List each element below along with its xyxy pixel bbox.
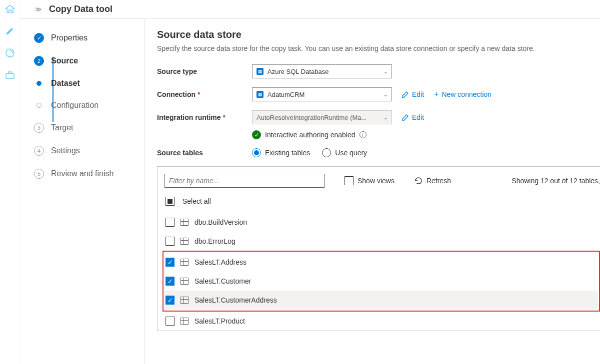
step-number-icon: 3 [34,123,44,133]
left-rail [0,0,20,364]
runtime-label: Integration runtime * [157,113,252,121]
filter-input[interactable] [164,174,324,188]
step-connector-line [52,57,54,122]
pencil-icon [402,91,409,98]
show-views-checkbox[interactable]: Show views [344,176,394,185]
table-icon [180,297,188,304]
sql-database-icon: ▦ [256,91,264,98]
edit-icon[interactable] [5,26,15,36]
svg-rect-1 [6,73,14,78]
collapse-icon[interactable]: ≫ [35,5,42,13]
step-dataset[interactable]: Dataset [34,79,144,88]
step-review[interactable]: 5 Review and finish [34,169,144,179]
refresh-button[interactable]: Refresh [414,177,451,185]
table-row[interactable]: dbo.BuildVersion [164,213,600,232]
success-icon: ✓ [252,130,261,139]
authoring-status: ✓ Interactive authoring enabled i [252,130,600,139]
step-source[interactable]: 2 Source [34,56,144,66]
step-target[interactable]: 3 Target [34,123,144,133]
check-icon: ✓ [34,33,44,43]
page-header: ≫ Copy Data tool [20,0,600,19]
checkbox-icon[interactable] [166,218,174,227]
refresh-icon [414,177,422,185]
table-row[interactable]: ✓ SalesLT.Customer [164,272,598,291]
wizard-steps: ✓ Properties 2 Source Dataset Configurat… [20,19,145,364]
table-row[interactable]: ✓ SalesLT.Address [164,253,598,272]
connection-label: Connection * [157,90,252,98]
table-icon [180,318,188,325]
edit-connection-button[interactable]: Edit [402,90,424,98]
source-type-dropdown[interactable]: ▦ Azure SQL Database ⌄ [252,64,392,78]
new-connection-button[interactable]: + New connection [434,90,492,99]
step-properties[interactable]: ✓ Properties [34,33,144,43]
chevron-down-icon: ⌄ [384,92,388,97]
radio-use-query[interactable]: Use query [322,148,367,157]
checkbox-checked-icon[interactable]: ✓ [166,296,174,305]
substep-dot-icon [36,81,42,86]
runtime-dropdown[interactable]: AutoResolveIntegrationRuntime (Ma... ⌄ [252,110,392,124]
info-icon[interactable]: i [360,131,366,138]
table-icon [180,259,188,266]
checkbox-icon [344,176,354,185]
chevron-down-icon: ⌄ [384,69,388,74]
select-all-row[interactable]: Select all [166,197,600,206]
table-row[interactable]: ✓ SalesLT.CustomerAddress [164,291,598,310]
main-heading: Source data store [157,29,600,40]
main-subtitle: Specify the source data store for the co… [157,44,600,52]
radio-existing-tables[interactable]: Existing tables [252,148,310,157]
step-settings[interactable]: 4 Settings [34,146,144,156]
connection-dropdown[interactable]: ▦ AdatumCRM ⌄ [252,87,392,101]
table-row[interactable]: dbo.ErrorLog [164,232,600,251]
radio-icon [322,148,331,157]
main-panel: Source data store Specify the source dat… [145,19,600,364]
plus-icon: + [434,90,438,99]
source-tables-radio-group: Existing tables Use query [252,148,367,157]
tables-panel: Show views Refresh Showing 12 out of 12 … [157,166,600,331]
pencil-icon [402,114,409,121]
home-icon[interactable] [5,4,15,14]
table-icon [180,219,188,226]
source-type-label: Source type [157,67,252,75]
toolbox-icon[interactable] [5,70,15,80]
step-number-icon: 5 [34,169,44,179]
table-row[interactable]: SalesLT.Product [164,312,600,331]
checkbox-icon[interactable] [166,317,174,326]
table-icon [180,278,188,285]
showing-count: Showing 12 out of 12 tables, [512,177,600,185]
checkbox-icon[interactable] [166,237,174,246]
checkbox-indeterminate-icon[interactable] [166,197,174,206]
substep-dot-icon [36,103,42,108]
page-title: Copy Data tool [49,4,112,14]
checkbox-checked-icon[interactable]: ✓ [166,258,174,267]
monitor-icon[interactable] [5,48,15,58]
edit-runtime-button[interactable]: Edit [402,113,424,121]
step-number-icon: 4 [34,146,44,156]
source-tables-label: Source tables [157,149,252,157]
sql-database-icon: ▦ [256,68,264,75]
checkbox-checked-icon[interactable]: ✓ [166,277,174,286]
chevron-down-icon: ⌄ [384,115,388,120]
table-icon [180,238,188,245]
step-number-icon: 2 [34,56,44,66]
radio-icon [252,148,261,157]
step-configuration[interactable]: Configuration [34,101,144,110]
instruction-highlight: ✓ SalesLT.Address ✓ SalesLT.Customer ✓ [162,251,600,312]
